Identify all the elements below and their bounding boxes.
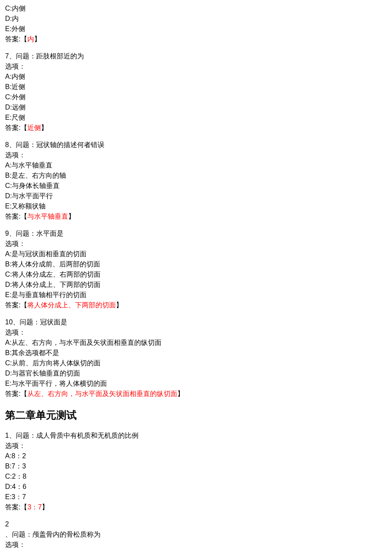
options-label: 选项： <box>5 540 387 550</box>
answer-prefix: 答案:【 <box>5 301 27 309</box>
option-e: E:与水平面平行，将人体横切的面 <box>5 379 387 389</box>
option-c: C:外侧 <box>5 92 387 102</box>
option-b: B:7：3 <box>5 461 387 471</box>
answer-text: 内 <box>27 35 34 43</box>
question-header: 、问题：颅盖骨内的骨松质称为 <box>5 529 387 540</box>
options-label: 选项： <box>5 327 387 338</box>
question-6-partial: C:内侧 D:内 E:外侧 答案:【内】 <box>5 3 387 44</box>
option-d: D:将人体分成上、下两部的切面 <box>5 280 387 290</box>
option-b: B:其余选项都不是 <box>5 348 387 358</box>
option-c: C:内侧 <box>5 3 387 14</box>
answer-line: 答案:【从左、右方向，与水平面及矢状面相垂直的纵切面】 <box>5 389 387 399</box>
options-label: 选项： <box>5 441 387 451</box>
question-number: 2 <box>5 519 387 529</box>
option-e: E:3：7 <box>5 492 387 502</box>
option-e: E:是与垂直轴相平行的切面 <box>5 290 387 300</box>
question-8: 8、问题：冠状轴的描述何者错误 选项： A:与水平轴垂直 B:是左、右方向的轴 … <box>5 140 387 222</box>
answer-prefix: 答案:【 <box>5 124 27 131</box>
option-c: C:从前、后方向将人体纵切的面 <box>5 358 387 368</box>
answer-prefix: 答案:【 <box>5 503 27 511</box>
option-d: D:远侧 <box>5 102 387 113</box>
answer-suffix: 】 <box>68 213 75 220</box>
answer-line: 答案:【3：7】 <box>5 502 387 512</box>
option-e: E:外侧 <box>5 24 387 34</box>
chapter2-question-2-partial: 2 、问题：颅盖骨内的骨松质称为 选项： <box>5 519 387 550</box>
option-d: D:与水平面平行 <box>5 191 387 201</box>
option-a: A:从左、右方向，与水平面及矢状面相垂直的纵切面 <box>5 338 387 348</box>
question-header: 8、问题：冠状轴的描述何者错误 <box>5 140 387 150</box>
option-c: C:2：8 <box>5 471 387 482</box>
answer-text: 与水平轴垂直 <box>27 213 68 220</box>
answer-prefix: 答案:【 <box>5 213 27 220</box>
answer-line: 答案:【近侧】 <box>5 123 387 133</box>
option-b: B:是左、右方向的轴 <box>5 171 387 181</box>
option-b: B:将人体分成前、后两部的切面 <box>5 259 387 269</box>
chapter-2-title: 第二章单元测试 <box>5 408 387 423</box>
answer-text: 近侧 <box>27 124 41 131</box>
question-header: 7、问题：距肢根部近的为 <box>5 51 387 61</box>
question-10: 10、问题：冠状面是 选项： A:从左、右方向，与水平面及矢状面相垂直的纵切面 … <box>5 317 387 399</box>
answer-text: 将人体分成上、下两部的切面 <box>27 301 116 309</box>
answer-line: 答案:【内】 <box>5 34 387 44</box>
option-a: A:是与冠状面相垂直的切面 <box>5 249 387 259</box>
question-header: 1、问题：成人骨质中有机质和无机质的比例 <box>5 431 387 441</box>
answer-text: 从左、右方向，与水平面及矢状面相垂直的纵切面 <box>27 390 177 397</box>
option-c: C:将人体分成左、右两部的切面 <box>5 269 387 280</box>
question-header: 10、问题：冠状面是 <box>5 317 387 327</box>
answer-suffix: 】 <box>34 35 41 43</box>
option-e: E:又称额状轴 <box>5 201 387 211</box>
option-a: A:内侧 <box>5 72 387 82</box>
option-d: D:与器官长轴垂直的切面 <box>5 368 387 379</box>
option-d: D:4：6 <box>5 482 387 492</box>
answer-prefix: 答案:【 <box>5 35 27 43</box>
question-header: 9、问题：水平面是 <box>5 228 387 239</box>
chapter2-question-1: 1、问题：成人骨质中有机质和无机质的比例 选项： A:8：2 B:7：3 C:2… <box>5 431 387 512</box>
options-label: 选项： <box>5 61 387 72</box>
question-7: 7、问题：距肢根部近的为 选项： A:内侧 B:近侧 C:外侧 D:远侧 E:尺… <box>5 51 387 133</box>
answer-line: 答案:【与水平轴垂直】 <box>5 211 387 222</box>
question-9: 9、问题：水平面是 选项： A:是与冠状面相垂直的切面 B:将人体分成前、后两部… <box>5 228 387 310</box>
option-b: B:近侧 <box>5 82 387 92</box>
answer-suffix: 】 <box>177 390 184 397</box>
answer-prefix: 答案:【 <box>5 390 27 397</box>
answer-suffix: 】 <box>116 301 123 309</box>
option-d: D:内 <box>5 14 387 24</box>
answer-line: 答案:【将人体分成上、下两部的切面】 <box>5 300 387 310</box>
answer-suffix: 】 <box>42 503 49 511</box>
answer-text: 3：7 <box>27 503 42 511</box>
option-c: C:与身体长轴垂直 <box>5 181 387 191</box>
option-e: E:尺侧 <box>5 113 387 123</box>
option-a: A:8：2 <box>5 451 387 461</box>
answer-suffix: 】 <box>41 124 48 131</box>
options-label: 选项： <box>5 150 387 160</box>
option-a: A:与水平轴垂直 <box>5 160 387 171</box>
options-label: 选项： <box>5 239 387 249</box>
